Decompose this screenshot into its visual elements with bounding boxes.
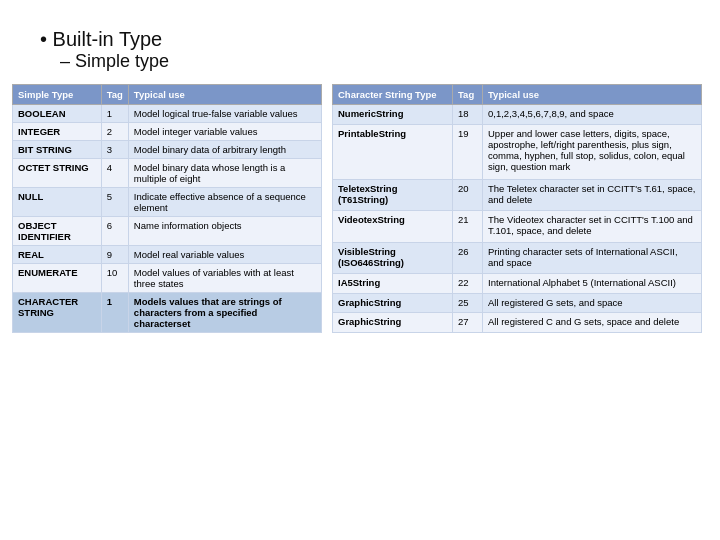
tag-value: 4 xyxy=(101,159,128,188)
table-row: VideotexString21The Videotex character s… xyxy=(333,211,702,242)
char-string-type: NumericString xyxy=(333,105,453,125)
simple-type-name: INTEGER xyxy=(13,123,102,141)
tag-value: 21 xyxy=(453,211,483,242)
table-row: VisibleString (ISO646String)26Printing c… xyxy=(333,242,702,273)
simple-type-name: OBJECT IDENTIFIER xyxy=(13,217,102,246)
tag-value: 22 xyxy=(453,274,483,294)
tag-value: 27 xyxy=(453,313,483,333)
typical-use: All registered G sets, and space xyxy=(483,293,702,313)
simple-type-name: BIT STRING xyxy=(13,141,102,159)
char-string-type: VisibleString (ISO646String) xyxy=(333,242,453,273)
table-row: GraphicString25All registered G sets, an… xyxy=(333,293,702,313)
typical-use: Name information objects xyxy=(128,217,321,246)
table-row: TeletexString (T61String)20The Teletex c… xyxy=(333,179,702,210)
tag-value: 1 xyxy=(101,105,128,123)
tag-value: 5 xyxy=(101,188,128,217)
char-string-type: GraphicString xyxy=(333,293,453,313)
table-row: PrintableString19Upper and lower case le… xyxy=(333,124,702,179)
table-row: ENUMERATE10Model values of variables wit… xyxy=(13,264,322,293)
simple-type-name: REAL xyxy=(13,246,102,264)
tag-value: 1 xyxy=(101,293,128,333)
simple-type-table: Simple Type Tag Typical use BOOLEAN1Mode… xyxy=(12,84,322,333)
tables-container: Simple Type Tag Typical use BOOLEAN1Mode… xyxy=(0,84,720,333)
typical-use: Model binary data of arbitrary length xyxy=(128,141,321,159)
tag-value: 26 xyxy=(453,242,483,273)
tag-value: 25 xyxy=(453,293,483,313)
char-string-type: VideotexString xyxy=(333,211,453,242)
table-row: IA5String22International Alphabet 5 (Int… xyxy=(333,274,702,294)
typical-use: Model binary data whose length is a mult… xyxy=(128,159,321,188)
typical-use: International Alphabet 5 (International … xyxy=(483,274,702,294)
tag-value: 10 xyxy=(101,264,128,293)
table-row: BOOLEAN1Model logical true-false variabl… xyxy=(13,105,322,123)
table-row: BIT STRING3Model binary data of arbitrar… xyxy=(13,141,322,159)
table-row: REAL9Model real variable values xyxy=(13,246,322,264)
typical-use: Model real variable values xyxy=(128,246,321,264)
typical-use: Model values of variables with at least … xyxy=(128,264,321,293)
char-string-type: GraphicString xyxy=(333,313,453,333)
bullet-text: • Built-in Type xyxy=(40,28,162,50)
typical-use: The Videotex character set in CCITT's T.… xyxy=(483,211,702,242)
tag-value: 2 xyxy=(101,123,128,141)
typical-use: Model integer variable values xyxy=(128,123,321,141)
table-row: OCTET STRING4Model binary data whose len… xyxy=(13,159,322,188)
right-col1-header: Character String Type xyxy=(333,85,453,105)
typical-use: Printing character sets of International… xyxy=(483,242,702,273)
page-title xyxy=(0,0,720,28)
typical-use: 0,1,2,3,4,5,6,7,8,9, and space xyxy=(483,105,702,125)
left-col3-header: Typical use xyxy=(128,85,321,105)
table-row: INTEGER2Model integer variable values xyxy=(13,123,322,141)
table-row: OBJECT IDENTIFIER6Name information objec… xyxy=(13,217,322,246)
typical-use: All registered C and G sets, space and d… xyxy=(483,313,702,333)
typical-use: Upper and lower case letters, digits, sp… xyxy=(483,124,702,179)
left-col2-header: Tag xyxy=(101,85,128,105)
tag-value: 18 xyxy=(453,105,483,125)
table-row: NULL5Indicate effective absence of a seq… xyxy=(13,188,322,217)
typical-use: Model logical true-false variable values xyxy=(128,105,321,123)
char-string-type: PrintableString xyxy=(333,124,453,179)
right-col3-header: Typical use xyxy=(483,85,702,105)
left-col1-header: Simple Type xyxy=(13,85,102,105)
table-row: GraphicString27All registered C and G se… xyxy=(333,313,702,333)
right-col2-header: Tag xyxy=(453,85,483,105)
sub-bullet-text: – Simple type xyxy=(40,51,720,72)
tag-value: 9 xyxy=(101,246,128,264)
simple-type-name: OCTET STRING xyxy=(13,159,102,188)
table-row: NumericString180,1,2,3,4,5,6,7,8,9, and … xyxy=(333,105,702,125)
tag-value: 6 xyxy=(101,217,128,246)
subtitle: • Built-in Type – Simple type xyxy=(0,28,720,84)
char-string-type: IA5String xyxy=(333,274,453,294)
simple-type-name: ENUMERATE xyxy=(13,264,102,293)
tag-value: 20 xyxy=(453,179,483,210)
simple-type-name: CHARACTER STRING xyxy=(13,293,102,333)
char-string-type: TeletexString (T61String) xyxy=(333,179,453,210)
simple-type-name: NULL xyxy=(13,188,102,217)
typical-use: Indicate effective absence of a sequence… xyxy=(128,188,321,217)
tag-value: 19 xyxy=(453,124,483,179)
tag-value: 3 xyxy=(101,141,128,159)
table-row: CHARACTER STRING1Models values that are … xyxy=(13,293,322,333)
character-string-table: Character String Type Tag Typical use Nu… xyxy=(332,84,702,333)
typical-use: The Teletex character set in CCITT's T.6… xyxy=(483,179,702,210)
simple-type-name: BOOLEAN xyxy=(13,105,102,123)
typical-use: Models values that are strings of charac… xyxy=(128,293,321,333)
